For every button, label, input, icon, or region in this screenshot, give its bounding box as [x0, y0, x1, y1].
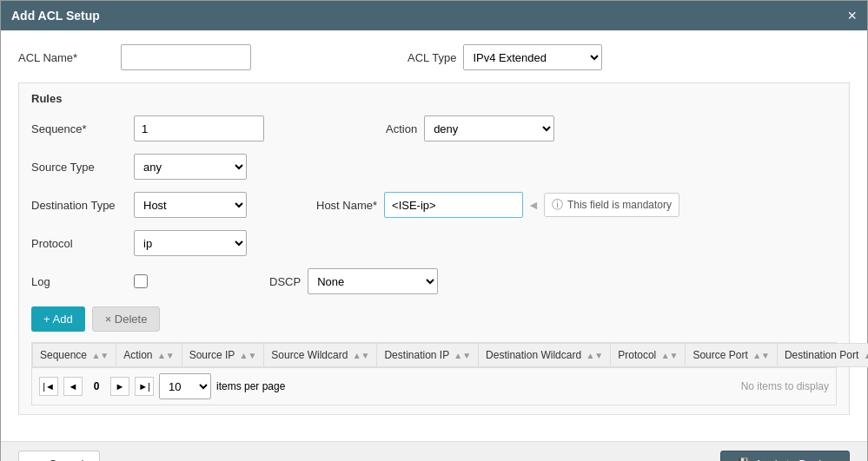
col-source-ip[interactable]: Source IP ▲▼ [182, 344, 264, 367]
items-per-page-label: items per page [216, 380, 285, 392]
col-source-port[interactable]: Source Port ▲▼ [686, 344, 778, 367]
source-type-select[interactable]: any host network [134, 154, 247, 180]
acl-name-input[interactable] [121, 44, 251, 70]
table-header-row: Sequence ▲▼ Action ▲▼ Source IP ▲▼ Sourc… [33, 344, 869, 367]
cancel-label: Cancel [49, 458, 83, 461]
sequence-label: Sequence* [31, 122, 127, 135]
col-protocol[interactable]: Protocol ▲▼ [611, 344, 686, 367]
protocol-select[interactable]: ip tcp udp icmp [134, 230, 247, 256]
destination-type-select[interactable]: Host any network [134, 192, 247, 218]
action-label: Action [386, 122, 417, 135]
add-acl-dialog: Add ACL Setup × ACL Name* ACL Type IPv4 … [0, 0, 868, 461]
action-select[interactable]: deny permit [424, 115, 554, 142]
dscp-select[interactable]: None 0 8 16 [308, 268, 438, 294]
last-page-button[interactable]: ►| [135, 377, 154, 396]
items-per-page-select[interactable]: 10 25 50 [159, 373, 211, 399]
prev-page-button[interactable]: ◄ [63, 377, 83, 396]
acl-type-select[interactable]: IPv4 Extended IPv4 Standard IPv6 [463, 44, 602, 70]
apply-icon: 💾 [737, 458, 751, 461]
action-group: Action deny permit [386, 115, 554, 142]
log-label: Log [31, 275, 127, 288]
host-name-label: Host Name* [316, 199, 377, 212]
acl-name-group: ACL Name* [18, 44, 251, 70]
protocol-row: Protocol ip tcp udp icmp [31, 230, 837, 256]
rules-table: Sequence ▲▼ Action ▲▼ Source IP ▲▼ Sourc… [32, 343, 868, 367]
no-items-label: No items to display [741, 380, 829, 392]
pagination: |◄ ◄ 0 ► ►| 10 25 50 items per page No i… [32, 367, 836, 405]
dialog-title: Add ACL Setup [11, 9, 100, 23]
log-checkbox[interactable] [134, 274, 148, 288]
sequence-group: Sequence* [31, 115, 264, 142]
source-type-row: Source Type any host network [31, 154, 837, 180]
host-name-input-group: ◄ ⓘ This field is mandatory [384, 192, 679, 218]
dialog-header: Add ACL Setup × [1, 1, 867, 30]
acl-type-label: ACL Type [407, 51, 456, 64]
close-button[interactable]: × [847, 8, 857, 23]
sequence-input[interactable] [134, 115, 264, 142]
rules-table-container: Sequence ▲▼ Action ▲▼ Source IP ▲▼ Sourc… [31, 342, 837, 405]
next-page-button[interactable]: ► [110, 377, 129, 396]
log-group: Log [31, 274, 148, 288]
col-destination-wildcard[interactable]: Destination Wildcard ▲▼ [479, 344, 611, 367]
acl-name-row: ACL Name* ACL Type IPv4 Extended IPv4 St… [18, 44, 850, 70]
source-type-group: Source Type any host network [31, 154, 247, 180]
col-destination-ip[interactable]: Destination IP ▲▼ [377, 344, 479, 367]
delete-button[interactable]: × Delete [92, 306, 161, 332]
col-destination-port[interactable]: Destination Port ▲▼ [777, 344, 868, 367]
dscp-group: DSCP None 0 8 16 [269, 268, 438, 294]
dialog-body: ACL Name* ACL Type IPv4 Extended IPv4 St… [1, 30, 867, 441]
add-button[interactable]: + Add [31, 306, 85, 332]
page-count: 0 [88, 380, 105, 392]
acl-name-label: ACL Name* [18, 51, 114, 64]
destination-type-label: Destination Type [31, 199, 127, 212]
sequence-action-row: Sequence* Action deny permit [31, 115, 837, 142]
apply-label: Apply to Device [755, 458, 833, 461]
protocol-label: Protocol [31, 237, 127, 250]
host-name-input[interactable] [384, 192, 523, 218]
mandatory-tooltip: ⓘ This field is mandatory [544, 193, 679, 217]
source-type-label: Source Type [31, 161, 127, 174]
rules-title: Rules [31, 92, 837, 105]
apply-button[interactable]: 💾 Apply to Device [720, 451, 850, 461]
arrow-icon: ◄ [527, 198, 540, 212]
destination-type-row: Destination Type Host any network Host N… [31, 192, 837, 218]
col-source-wildcard[interactable]: Source Wildcard ▲▼ [264, 344, 377, 367]
info-icon: ⓘ [552, 197, 563, 213]
acl-type-group: ACL Type IPv4 Extended IPv4 Standard IPv… [407, 44, 602, 70]
col-sequence[interactable]: Sequence ▲▼ [33, 344, 116, 367]
mandatory-text: This field is mandatory [567, 199, 672, 211]
destination-type-group: Destination Type Host any network [31, 192, 247, 218]
first-page-button[interactable]: |◄ [39, 377, 58, 396]
rules-section: Rules Sequence* Action deny permit [18, 82, 850, 415]
protocol-group: Protocol ip tcp udp icmp [31, 230, 247, 256]
log-dscp-row: Log DSCP None 0 8 16 [31, 268, 837, 294]
cancel-icon: ↩ [35, 458, 44, 461]
col-action[interactable]: Action ▲▼ [116, 344, 182, 367]
cancel-button[interactable]: ↩ Cancel [18, 451, 100, 461]
dscp-label: DSCP [269, 275, 301, 288]
dialog-footer: ↩ Cancel 💾 Apply to Device [1, 441, 867, 461]
host-name-group: Host Name* ◄ ⓘ This field is mandatory [316, 192, 679, 218]
action-buttons: + Add × Delete [31, 306, 837, 332]
